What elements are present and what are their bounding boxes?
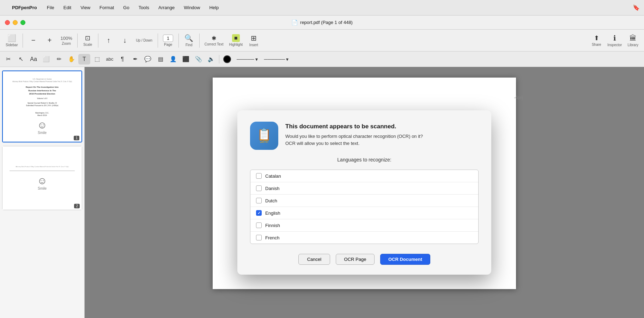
lang-dutch[interactable]: Dutch — [250, 195, 478, 207]
tool-stamp[interactable]: abc — [104, 54, 116, 65]
highlight-button[interactable]: ■ Highlight — [227, 33, 245, 48]
ocr-document-button[interactable]: OCR Document — [380, 254, 430, 265]
zoom-percent: 100% — [60, 36, 72, 41]
correct-text-icon: ✱ — [212, 35, 216, 42]
menu-file[interactable]: File — [45, 4, 56, 11]
dialog-app-icon: 📋 Sm! — [250, 122, 278, 150]
insert-button[interactable]: ⊞ Insert — [246, 32, 261, 48]
up-button[interactable]: ↑ — [101, 35, 116, 46]
tool-text[interactable]: T — [78, 54, 90, 65]
sidebar-icon: ⬜ — [7, 34, 16, 42]
ocr-page-button[interactable]: OCR Page — [336, 254, 375, 265]
scale-button[interactable]: ⊡ Scale — [80, 33, 95, 48]
tool-redact[interactable]: 👤 — [167, 54, 179, 65]
lang-french[interactable]: French — [250, 232, 478, 244]
checkbox-english[interactable] — [256, 210, 262, 216]
correct-text-button[interactable]: ✱ Correct Text — [202, 33, 226, 48]
checkbox-catalan[interactable] — [256, 173, 262, 179]
tool-audio[interactable]: 🔈 — [205, 54, 217, 65]
tool-marquee[interactable]: ⬜ — [40, 54, 52, 65]
down-icon: ↓ — [123, 36, 127, 44]
checkbox-dutch[interactable] — [256, 198, 262, 203]
line-style-chevron: ▾ — [255, 56, 258, 62]
dialog-title: This document appears to be scanned. — [285, 123, 423, 130]
menu-arrange[interactable]: Arrange — [157, 4, 176, 11]
down-button[interactable]: ↓ — [117, 35, 132, 46]
inspector-label: Inspector — [607, 43, 622, 47]
scale-label: Scale — [83, 43, 92, 47]
zoom-value-button[interactable]: 100% Zoom — [58, 34, 74, 47]
menu-help[interactable]: Help — [208, 4, 220, 11]
share-button[interactable]: ⬆ Share — [589, 33, 604, 48]
zoom-out-button[interactable]: − — [26, 35, 41, 46]
smile-label-1: Smile — [38, 131, 47, 135]
find-button[interactable]: 🔍 Find — [182, 32, 196, 48]
menu-tools[interactable]: Tools — [137, 4, 151, 11]
tool-pencil[interactable]: ✏ — [53, 54, 65, 65]
tool-magic[interactable]: ✂ — [2, 54, 14, 65]
tool-correct[interactable]: ⬚ — [91, 54, 103, 65]
tool-format[interactable]: ¶ — [116, 54, 128, 65]
menu-go[interactable]: Go — [122, 4, 130, 11]
page-number-input[interactable]: 1 — [163, 35, 173, 42]
page-number-badge-2: 2 — [74, 204, 80, 208]
toolbar-separator-6 — [199, 33, 200, 48]
content-area: -6(e) 📋 Sm! This document appears to be … — [85, 67, 644, 318]
lang-catalan[interactable]: Catalan — [250, 170, 478, 182]
cancel-button[interactable]: Cancel — [298, 254, 330, 265]
app-name: PDFpenPro — [12, 5, 37, 10]
pdfpenpro-icon: 🔖 — [633, 4, 640, 11]
zoom-out-icon: − — [31, 36, 36, 44]
thumbnail-page-1[interactable]: U.S. Department of JusticeAttorney Work … — [2, 71, 82, 142]
toolbar-separator-2 — [77, 33, 78, 48]
line-end-chevron: ▾ — [286, 56, 288, 62]
tool-table[interactable]: ▤ — [154, 54, 166, 65]
inspector-button[interactable]: ℹ Inspector — [605, 32, 624, 48]
tool-color-circle[interactable] — [221, 54, 233, 65]
share-label: Share — [592, 43, 601, 47]
highlight-icon: ■ — [232, 34, 240, 42]
insert-label: Insert — [249, 43, 258, 47]
thumb-location-text: Washington, D.C.March 2019 — [35, 112, 49, 117]
zoom-in-button[interactable]: + — [42, 35, 57, 46]
sidebar-button[interactable]: ⬜ Sidebar — [4, 32, 20, 48]
checkbox-finnish[interactable] — [256, 222, 262, 228]
menu-edit[interactable]: Edit — [62, 4, 73, 11]
tool-arrow[interactable]: ↖ — [15, 54, 27, 65]
thumbnail-page-2[interactable]: Attorney Work Product // May Contain Mat… — [2, 146, 82, 210]
line-end-icon: ────── — [264, 56, 285, 62]
page-input-group[interactable]: 1 Page — [161, 33, 176, 48]
tool-crop[interactable]: ⬛ — [180, 54, 192, 65]
checkbox-french[interactable] — [256, 235, 262, 240]
menu-window[interactable]: Window — [182, 4, 201, 11]
find-label: Find — [186, 43, 192, 47]
menu-view[interactable]: View — [79, 4, 92, 11]
traffic-lights — [5, 20, 25, 25]
tool-comment[interactable]: 💬 — [142, 54, 154, 65]
tool-attach[interactable]: 📎 — [193, 54, 205, 65]
page-number-badge-1: 1 — [74, 136, 79, 140]
menu-format[interactable]: Format — [98, 4, 115, 11]
lang-label-danish: Danish — [265, 186, 279, 191]
tool-signature[interactable]: ✒ — [129, 54, 141, 65]
lang-danish[interactable]: Danish — [250, 182, 478, 195]
tool-text-select[interactable]: Aa — [28, 54, 40, 65]
lang-finnish[interactable]: Finnish — [250, 219, 478, 232]
tool-line-style[interactable]: ───── ▾ — [234, 55, 261, 63]
minimize-button[interactable] — [13, 20, 18, 25]
tools-separator-1 — [219, 55, 219, 63]
checkbox-danish[interactable] — [256, 185, 262, 191]
library-label: Library — [627, 43, 638, 47]
close-button[interactable] — [5, 20, 10, 25]
library-button[interactable]: 🏛 Library — [625, 33, 640, 48]
sidebar-label: Sidebar — [6, 43, 18, 47]
tool-line-end[interactable]: ────── ▾ — [261, 55, 292, 63]
thumbnail-image-2: Attorney Work Product // May Contain Mat… — [2, 146, 82, 210]
search-icon: 🔍 — [184, 34, 193, 42]
maximize-button[interactable] — [20, 20, 25, 25]
smile-logo-1: ☺ — [37, 120, 47, 131]
main-area: U.S. Department of JusticeAttorney Work … — [0, 67, 644, 318]
thumbnail-image-1: U.S. Department of JusticeAttorney Work … — [3, 71, 81, 142]
lang-english[interactable]: English — [250, 207, 478, 219]
tool-hand[interactable]: ✋ — [66, 54, 78, 65]
